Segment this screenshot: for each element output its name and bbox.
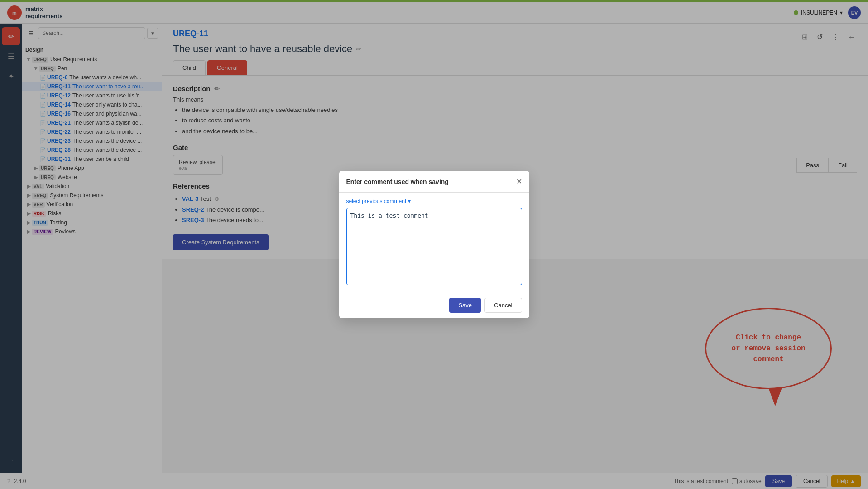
dialog-body: select previous comment ▾ This is a test… <box>339 193 529 292</box>
dialog-cancel-button[interactable]: Cancel <box>484 298 522 313</box>
dialog-save-button[interactable]: Save <box>449 298 481 313</box>
comment-textarea[interactable]: This is a test comment <box>346 208 522 285</box>
dialog-footer: Save Cancel <box>339 292 529 318</box>
dialog-overlay: Enter comment used when saving ✕ select … <box>0 0 868 489</box>
dialog-title: Enter comment used when saving <box>346 178 449 185</box>
dialog-header: Enter comment used when saving ✕ <box>339 171 529 193</box>
comment-dialog: Enter comment used when saving ✕ select … <box>339 171 529 318</box>
select-previous-comment[interactable]: select previous comment ▾ <box>346 198 522 204</box>
dialog-close-button[interactable]: ✕ <box>516 177 522 186</box>
